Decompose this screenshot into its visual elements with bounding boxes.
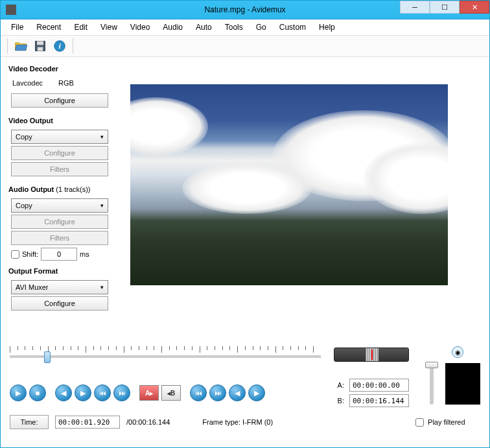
time-button[interactable]: Time: — [10, 415, 49, 429]
output-format-title: Output Format — [8, 267, 124, 275]
svg-rect-2 — [38, 47, 43, 51]
volume-thumb[interactable] — [425, 362, 438, 368]
window-controls: ─ ☐ ✕ — [400, 1, 489, 19]
window-title: Nature.mpg - Avidemux — [204, 5, 285, 14]
video-output-title: Video Output — [8, 117, 124, 124]
current-time-input[interactable]: 00:00:01.920 — [55, 416, 120, 429]
save-icon[interactable] — [32, 38, 48, 54]
play-filtered-label: Play filtered — [428, 418, 465, 426]
stop-button[interactable]: ■ — [29, 384, 46, 401]
prev-keyframe-button[interactable]: ⏮ — [94, 384, 111, 401]
shift-input[interactable] — [41, 248, 77, 261]
mark-a-label: A: — [338, 381, 344, 389]
app-icon — [6, 5, 16, 15]
decoder-color-label: RGB — [58, 79, 74, 87]
menu-help[interactable]: Help — [314, 21, 340, 33]
next-black-button[interactable]: ▶ — [248, 384, 265, 401]
timeline[interactable] — [10, 346, 321, 370]
menubar: File Recent Edit View Video Audio Auto T… — [1, 19, 489, 35]
toolbar: i — [1, 35, 489, 57]
next-keyframe-button[interactable]: ⏭ — [113, 384, 130, 401]
open-icon[interactable] — [13, 38, 29, 54]
play-button[interactable]: ▶ — [10, 384, 27, 401]
menu-custom[interactable]: Custom — [274, 21, 311, 33]
scope-display — [445, 363, 480, 405]
mark-b-label: B: — [338, 397, 344, 405]
minimize-button[interactable]: ─ — [400, 1, 430, 14]
shift-checkbox[interactable] — [11, 250, 19, 259]
menu-go[interactable]: Go — [251, 21, 272, 33]
menu-tools[interactable]: Tools — [220, 21, 248, 33]
sidebar: Video Decoder Lavcodec RGB Configure Vid… — [7, 61, 124, 344]
menu-audio[interactable]: Audio — [158, 21, 188, 33]
jog-wheel[interactable] — [334, 348, 409, 362]
bottom-panel: ◉ ▶ ■ ◀ ▶ ⏮ ⏭ A▸ ◂B ⏮ ⏭ ◀ ▶ A: 00:00:0 — [1, 344, 489, 447]
menu-file[interactable]: File — [6, 21, 29, 33]
output-format-configure-button[interactable]: Configure — [11, 296, 108, 311]
output-format-select[interactable]: AVI Muxer — [11, 280, 108, 294]
audio-output-title: Audio Output (1 track(s)) — [8, 185, 124, 193]
shift-unit: ms — [80, 250, 89, 258]
menu-view[interactable]: View — [95, 21, 122, 33]
total-time-label: /00:00:16.144 — [126, 418, 170, 426]
audio-output-configure-button[interactable]: Configure — [11, 215, 108, 229]
goto-mark-a-button[interactable]: ⏮ — [190, 384, 207, 401]
prev-frame-button[interactable]: ◀ — [55, 384, 72, 401]
frame-type-label: Frame type: I-FRM (0) — [202, 418, 273, 426]
set-mark-b-button[interactable]: ◂B — [161, 385, 181, 401]
shift-label: Shift: — [22, 250, 38, 258]
decoder-codec-label: Lavcodec — [12, 79, 43, 87]
volume-panel: ◉ — [422, 346, 480, 411]
play-filtered-checkbox[interactable] — [415, 418, 424, 427]
audio-output-filters-button[interactable]: Filters — [11, 231, 108, 245]
prev-black-button[interactable]: ◀ — [229, 384, 246, 401]
decoder-configure-button[interactable]: Configure — [11, 93, 108, 108]
svg-rect-1 — [37, 41, 43, 45]
video-output-configure-button[interactable]: Configure — [11, 146, 108, 160]
mark-b-time: 00:00:16.144 — [349, 394, 409, 407]
menu-video[interactable]: Video — [125, 21, 155, 33]
mark-a-time: 00:00:00.00 — [349, 379, 409, 392]
menu-auto[interactable]: Auto — [191, 21, 217, 33]
next-frame-button[interactable]: ▶ — [75, 384, 91, 401]
audio-shift-row: Shift: ms — [11, 248, 124, 261]
menu-recent[interactable]: Recent — [31, 21, 66, 33]
set-mark-a-button[interactable]: A▸ — [139, 385, 159, 401]
menu-edit[interactable]: Edit — [69, 21, 93, 33]
close-button[interactable]: ✕ — [460, 1, 489, 14]
video-output-filters-button[interactable]: Filters — [11, 162, 108, 176]
video-output-select[interactable]: Copy — [11, 130, 108, 144]
maximize-button[interactable]: ☐ — [430, 1, 460, 14]
volume-slider[interactable] — [430, 363, 434, 405]
video-preview — [130, 84, 483, 344]
goto-mark-b-button[interactable]: ⏭ — [209, 384, 226, 401]
video-decoder-title: Video Decoder — [8, 65, 124, 73]
timeline-thumb[interactable] — [44, 351, 51, 363]
speaker-icon[interactable]: ◉ — [452, 346, 463, 358]
window-titlebar: Nature.mpg - Avidemux ─ ☐ ✕ — [0, 0, 490, 19]
info-icon[interactable]: i — [52, 38, 67, 54]
audio-output-select[interactable]: Copy — [11, 198, 108, 213]
